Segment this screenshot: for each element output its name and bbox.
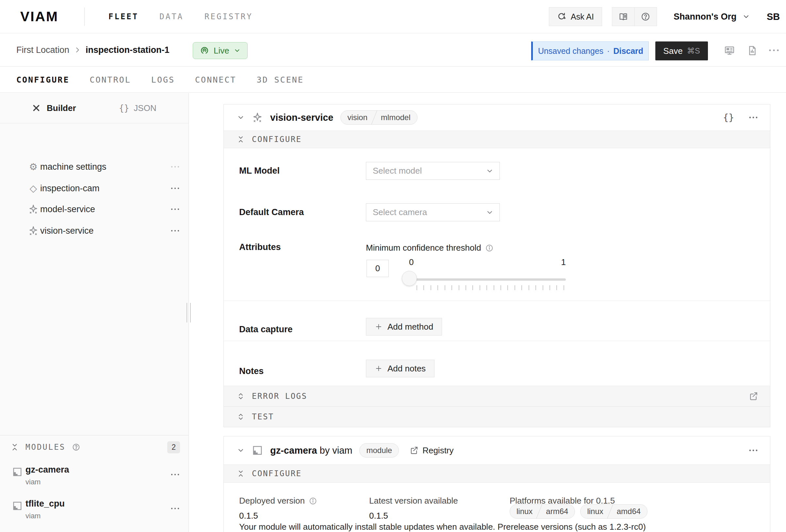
braces-icon: {} — [119, 103, 129, 113]
tree-item-vision-service[interactable]: vision-service — [0, 222, 188, 240]
tree-item-label: inspection-cam — [40, 184, 100, 194]
module-org: viam — [25, 512, 41, 520]
expand-section-icon — [237, 392, 245, 400]
module-name: tflite_cpu — [25, 499, 65, 509]
breadcrumb-location[interactable]: First Location — [16, 45, 69, 55]
default-camera-label: Default Camera — [239, 207, 304, 217]
tag-mlmodel: mlmodel — [374, 113, 417, 122]
more-options-icon[interactable] — [170, 186, 180, 190]
error-logs-section-bar[interactable]: ERROR LOGS — [224, 386, 770, 406]
more-options-icon[interactable] — [748, 116, 758, 119]
data-capture-label: Data capture — [239, 324, 293, 335]
module-list-item-tflite-cpu[interactable]: tflite_cpu viam — [0, 499, 188, 527]
machine-tabs: CONFIGURE CONTROL LOGS CONNECT 3D SCENE — [0, 67, 786, 93]
viam-logo[interactable]: VIAM — [20, 9, 59, 24]
separator-dot: · — [607, 46, 609, 56]
more-options-icon[interactable] — [170, 207, 180, 211]
more-options-icon[interactable] — [170, 507, 180, 510]
ml-model-select[interactable]: Select model — [366, 162, 500, 180]
info-icon[interactable] — [309, 497, 317, 505]
notes-label: Notes — [239, 366, 263, 376]
sidebar-resize-handle[interactable] — [187, 303, 191, 322]
test-label: TEST — [252, 412, 274, 421]
gz-camera-module-card: gz-camera by viam module Registry — [224, 436, 770, 532]
builder-mode-toggle[interactable]: Builder — [32, 93, 76, 123]
configure-section-bar[interactable]: CONFIGURE — [224, 130, 770, 148]
user-avatar[interactable]: SB — [767, 0, 780, 33]
section-divider — [224, 300, 770, 301]
module-icon — [12, 467, 23, 477]
add-notes-button[interactable]: Add notes — [366, 360, 435, 377]
nav-fleet[interactable]: FLEET — [109, 12, 139, 21]
open-logs-external-icon[interactable] — [748, 391, 758, 401]
threshold-label-row: Minimum confidence threshold — [366, 243, 494, 253]
chevron-down-icon — [234, 47, 241, 54]
camera-component-diamond-icon: ◇ — [27, 184, 40, 193]
threshold-value-input[interactable]: 0 — [367, 260, 389, 277]
collapse-card-icon[interactable] — [237, 446, 245, 454]
json-mode-toggle[interactable]: {} JSON — [119, 93, 157, 123]
latest-version-label: Latest version available — [369, 496, 458, 506]
save-button[interactable]: Save ⌘S — [655, 42, 708, 61]
help-icon-group — [612, 7, 657, 26]
collapse-card-icon[interactable] — [237, 114, 245, 121]
add-method-button[interactable]: Add method — [366, 318, 442, 336]
slider-max-label: 1 — [561, 257, 566, 267]
docs-book-icon[interactable] — [612, 7, 634, 26]
org-name: Shannon's Org — [674, 12, 736, 22]
ask-ai-button[interactable]: Ask AI — [549, 7, 602, 26]
tab-control[interactable]: CONTROL — [90, 75, 131, 84]
discard-button[interactable]: Discard — [613, 46, 643, 56]
org-switcher[interactable]: Shannon's Org — [674, 0, 750, 33]
nav-registry[interactable]: REGISTRY — [205, 12, 253, 21]
configure-section-bar[interactable]: CONFIGURE — [224, 464, 770, 483]
breadcrumb: First Location inspection-station-1 — [16, 33, 169, 66]
more-options-icon[interactable] — [170, 165, 180, 169]
machine-bar: First Location inspection-station-1 Live… — [0, 33, 786, 67]
modules-section: MODULES 2 gz-camera viam — [0, 435, 188, 527]
modules-help-icon[interactable] — [72, 443, 80, 451]
tab-3d-scene[interactable]: 3D SCENE — [256, 75, 303, 84]
top-nav: FLEET DATA REGISTRY — [109, 0, 253, 33]
module-tag: module — [360, 443, 399, 458]
module-list-item-gz-camera[interactable]: gz-camera viam — [0, 465, 188, 493]
nav-data[interactable]: DATA — [159, 12, 184, 21]
machine-status-dropdown[interactable]: Live — [193, 42, 248, 59]
view-json-icon[interactable]: {} — [723, 112, 734, 123]
collapse-section-icon — [237, 136, 245, 143]
auto-update-note: Your module will automatically install s… — [239, 522, 646, 532]
tab-connect[interactable]: CONNECT — [195, 75, 236, 84]
monitor-icon[interactable] — [724, 45, 735, 56]
modules-count-badge: 2 — [167, 441, 180, 453]
module-icon — [252, 445, 263, 456]
module-icon — [12, 501, 23, 511]
tree-item-model-service[interactable]: model-service — [0, 200, 188, 218]
more-options-icon[interactable] — [768, 48, 780, 52]
threshold-slider-handle[interactable] — [402, 271, 417, 286]
save-shortcut: ⌘S — [687, 46, 700, 55]
tab-logs[interactable]: LOGS — [151, 75, 175, 84]
modules-header: MODULES 2 — [0, 435, 188, 459]
info-icon[interactable] — [485, 244, 494, 252]
section-divider — [224, 341, 770, 341]
machine-name: inspection-station-1 — [86, 45, 169, 55]
tab-configure[interactable]: CONFIGURE — [16, 75, 69, 84]
report-document-icon[interactable] — [747, 45, 758, 56]
platform-os: linux — [510, 507, 539, 516]
tree-item-label: machine settings — [40, 162, 107, 172]
registry-link[interactable]: Registry — [409, 445, 454, 456]
collapse-section-icon[interactable] — [10, 443, 19, 451]
tree-item-machine-settings[interactable]: ⚙ machine settings — [0, 158, 188, 176]
threshold-label: Minimum confidence threshold — [366, 243, 481, 253]
more-options-icon[interactable] — [170, 229, 180, 233]
more-options-icon[interactable] — [748, 449, 758, 452]
tree-item-inspection-cam[interactable]: ◇ inspection-cam — [0, 179, 188, 197]
default-camera-select[interactable]: Select camera — [366, 203, 500, 221]
add-notes-label: Add notes — [388, 364, 426, 374]
help-icon[interactable] — [634, 7, 657, 26]
latest-version-value: 0.1.5 — [369, 511, 388, 521]
more-options-icon[interactable] — [170, 473, 180, 477]
test-section-bar[interactable]: TEST — [224, 406, 770, 427]
threshold-slider-track[interactable] — [409, 279, 566, 281]
slider-min-label: 0 — [409, 257, 414, 267]
